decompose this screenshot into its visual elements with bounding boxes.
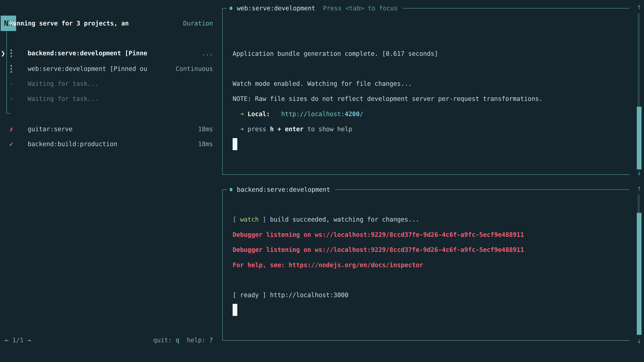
scroll-down-icon[interactable]: ↓	[635, 336, 643, 346]
terminal-cursor	[232, 304, 237, 316]
task-row-web-serve[interactable]: web:serve:development [Pinned ou Continu…	[9, 61, 213, 76]
terminal-cursor	[232, 138, 237, 150]
scrollbar-track[interactable]	[638, 194, 640, 213]
terminal-line-watch: [ watch ] build succeeded, watching for …	[232, 212, 420, 227]
task-tree-line-foot	[6, 113, 10, 114]
terminal-line: Watch mode enabled. Watching for file ch…	[232, 76, 412, 91]
terminal-line-inspector-help: For help, see: https://nodejs.org/en/doc…	[232, 258, 423, 273]
help-key: ?	[209, 337, 213, 344]
terminal-line-help-hint: ➜ press h + enter to show help	[232, 122, 352, 137]
pane-web-serve: web:serve:development Press <tab> to foc…	[222, 8, 630, 175]
task-label: Waiting for task...	[9, 76, 98, 91]
quit-key: q	[176, 337, 179, 344]
running-status-dot-icon	[230, 6, 232, 10]
pagination: ← 1/1 →	[5, 333, 31, 348]
scroll-up-icon[interactable]: ↑	[635, 2, 643, 12]
task-label: guitar:serve	[9, 122, 72, 137]
help-label: help:	[187, 337, 206, 344]
terminal-line: Application bundle generation complete. …	[232, 46, 438, 61]
pane-header[interactable]: web:serve:development Press <tab> to foc…	[222, 1, 629, 16]
task-row-backend-serve[interactable]: backend:serve:development [Pinne ...	[9, 46, 213, 61]
keyboard-shortcuts: quit: q help: ?	[153, 333, 213, 348]
task-row-waiting-2[interactable]: Waiting for task...	[9, 91, 213, 106]
local-url-link[interactable]: http://localhost:4200/	[281, 110, 364, 118]
quit-label: quit:	[153, 337, 172, 344]
arrow-icon: ➜	[240, 125, 244, 133]
task-label: backend:serve:development [Pinne	[9, 46, 147, 61]
task-row-backend-build[interactable]: backend:build:production 18ms	[9, 137, 213, 152]
pane-header[interactable]: backend:serve:development	[222, 182, 629, 197]
task-list-title: Running serve for 3 projects, an	[9, 16, 129, 31]
task-duration: 18ms	[198, 137, 213, 152]
page-indicator: 1/1	[12, 337, 24, 344]
scroll-up-icon[interactable]: ↑	[635, 183, 643, 193]
pane-title: web:serve:development	[237, 5, 315, 12]
task-row-guitar-serve[interactable]: guitar:serve 18ms	[9, 122, 213, 137]
focus-hint: Press <tab> to focus	[323, 5, 398, 12]
terminal-line-debugger: Debugger listening on ws://localhost:922…	[232, 242, 524, 257]
running-status-dot-icon	[230, 188, 232, 191]
task-label: backend:build:production	[9, 137, 118, 152]
task-duration: Continuous	[176, 61, 213, 76]
scrollbar-thumb[interactable]	[637, 107, 642, 169]
scrollbar-thumb[interactable]	[637, 213, 642, 335]
task-row-waiting-1[interactable]: Waiting for task...	[9, 76, 213, 91]
pane-title: backend:serve:development	[237, 186, 330, 193]
arrow-icon: ➜	[240, 110, 244, 118]
nx-tui-screen: NX Running serve for 3 projects, an Dura…	[0, 0, 644, 362]
prev-page-arrow-icon[interactable]: ←	[5, 337, 8, 344]
terminal-line-local-url: ➜ Local: http://localhost:4200/	[232, 107, 364, 122]
border-tick	[222, 189, 227, 190]
task-duration: ...	[202, 46, 213, 61]
terminal-line-debugger: Debugger listening on ws://localhost:922…	[232, 227, 524, 242]
terminal-line: NOTE: Raw file sizes do not reflect deve…	[232, 91, 543, 106]
border-line	[335, 189, 629, 190]
task-tree-line	[6, 31, 7, 114]
duration-column-header: Duration	[183, 16, 213, 31]
next-page-arrow-icon[interactable]: →	[27, 337, 31, 344]
scroll-down-icon[interactable]: ↓	[635, 168, 643, 178]
pane-backend-serve: backend:serve:development [ watch ] buil…	[222, 190, 630, 341]
task-duration: 18ms	[198, 122, 213, 137]
terminal-line-ready: [ ready ] http://localhost:3000	[232, 288, 348, 303]
border-line	[403, 8, 629, 8]
task-label: Waiting for task...	[9, 91, 98, 106]
selected-task-chevron-icon: ❯	[1, 46, 5, 61]
scrollbar-track[interactable]	[638, 13, 640, 107]
task-label: web:serve:development [Pinned ou	[9, 61, 147, 76]
border-tick	[222, 8, 227, 8]
